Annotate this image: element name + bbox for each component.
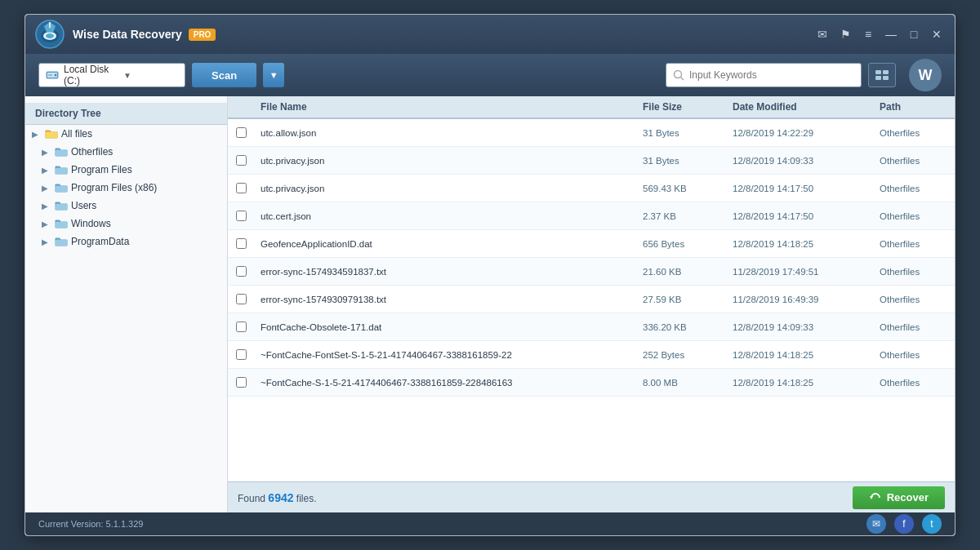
file-checkbox-input[interactable] [236, 322, 247, 332]
file-checkbox-input[interactable] [236, 155, 247, 166]
file-checkbox-input[interactable] [236, 377, 247, 388]
chevron-icon: ▶ [42, 220, 51, 228]
row-checkbox[interactable] [228, 377, 254, 388]
file-size: 569.43 KB [636, 184, 726, 193]
tree-item-program-files[interactable]: ▶ Program Files [25, 161, 227, 179]
file-path: Otherfiles [873, 350, 955, 360]
row-checkbox[interactable] [228, 322, 254, 332]
status-icons: ✉ f t [866, 514, 942, 534]
svg-point-8 [55, 74, 57, 77]
tree-label-program-files: Program Files [71, 164, 132, 175]
tree-label-program-files-x86: Program Files (x86) [71, 182, 157, 193]
found-label: Found [238, 493, 268, 504]
file-name: GeofenceApplicationID.dat [254, 239, 636, 249]
title-bar: Wise Data Recovery PRO ✉ ⚑ ≡ — □ ✕ [25, 15, 955, 54]
view-toggle-button[interactable] [868, 63, 896, 87]
tree-label-users: Users [71, 200, 96, 211]
flag-icon[interactable]: ⚑ [837, 26, 853, 42]
search-box [666, 63, 862, 87]
file-date: 12/8/2019 14:17:50 [726, 211, 873, 221]
row-checkbox[interactable] [228, 238, 254, 249]
chevron-icon: ▶ [42, 166, 51, 175]
row-checkbox[interactable] [228, 211, 254, 221]
file-date: 12/8/2019 14:22:29 [726, 128, 873, 138]
drive-dropdown-arrow: ▼ [123, 71, 178, 80]
file-checkbox-input[interactable] [236, 183, 247, 193]
row-checkbox[interactable] [228, 266, 254, 277]
menu-icon[interactable]: ≡ [860, 26, 876, 42]
scan-button[interactable]: Scan [192, 63, 256, 87]
avatar[interactable]: W [909, 59, 942, 91]
file-path: Otherfiles [873, 322, 955, 332]
svg-rect-12 [875, 70, 881, 74]
file-name: FontCache-Obsolete-171.dat [254, 322, 636, 332]
found-count: 6942 [268, 491, 293, 504]
file-path: Otherfiles [873, 184, 955, 193]
tree-item-otherfiles[interactable]: ▶ Otherfiles [25, 143, 227, 161]
chevron-icon: ▶ [42, 184, 51, 193]
row-checkbox[interactable] [228, 155, 254, 166]
row-checkbox[interactable] [228, 183, 254, 193]
maximize-button[interactable]: □ [906, 26, 922, 42]
folder-users-icon [55, 200, 68, 211]
file-size: 31 Bytes [636, 128, 726, 138]
file-size: 336.20 KB [636, 322, 726, 332]
table-row: error-sync-1574930979138.txt 27.59 KB 11… [228, 286, 955, 313]
sidebar-header: Directory Tree [25, 103, 227, 125]
twitter-icon[interactable]: t [922, 514, 942, 534]
file-list: File Name File Size Date Modified Path u… [228, 96, 955, 512]
file-checkbox-input[interactable] [236, 211, 247, 221]
file-checkbox-input[interactable] [236, 349, 247, 360]
svg-point-3 [46, 33, 54, 38]
tree-item-program-files-x86[interactable]: ▶ Program Files (x86) [25, 179, 227, 197]
file-date: 12/8/2019 14:17:50 [726, 184, 873, 193]
file-size: 21.60 KB [636, 267, 726, 277]
row-checkbox[interactable] [228, 127, 254, 138]
chevron-icon: ▶ [32, 130, 42, 139]
drive-icon [46, 69, 59, 81]
tree-label-all-files: All files [61, 128, 92, 140]
file-path: Otherfiles [873, 295, 955, 304]
col-filesize: File Size [636, 101, 726, 113]
file-checkbox-input[interactable] [236, 238, 247, 249]
table-row: utc.allow.json 31 Bytes 12/8/2019 14:22:… [228, 119, 955, 147]
table-row: ~FontCache-S-1-5-21-4174406467-338816185… [228, 369, 955, 397]
tree-item-programdata[interactable]: ▶ ProgramData [25, 233, 227, 251]
close-button[interactable]: ✕ [929, 26, 945, 42]
tree-item-users[interactable]: ▶ Users [25, 197, 227, 215]
svg-marker-23 [870, 496, 873, 499]
file-date: 12/8/2019 14:09:33 [726, 322, 873, 332]
main-content: Directory Tree ▶ All files ▶ Otherfiles [25, 96, 955, 512]
table-row: error-sync-1574934591837.txt 21.60 KB 11… [228, 258, 955, 286]
msg-icon[interactable]: ✉ [814, 26, 831, 42]
svg-rect-15 [883, 76, 889, 80]
file-size: 252 Bytes [636, 350, 726, 360]
svg-rect-21 [56, 222, 67, 228]
col-checkbox [228, 101, 254, 113]
file-checkbox-input[interactable] [236, 294, 247, 304]
file-path: Otherfiles [873, 211, 955, 221]
tree-item-all-files[interactable]: ▶ All files [25, 125, 227, 143]
email-icon[interactable]: ✉ [866, 514, 886, 534]
svg-rect-20 [56, 204, 67, 210]
tree-item-windows[interactable]: ▶ Windows [25, 215, 227, 233]
chevron-icon: ▶ [42, 202, 51, 211]
file-checkbox-input[interactable] [236, 127, 247, 138]
file-date: 12/8/2019 14:18:25 [726, 239, 873, 249]
scan-dropdown[interactable]: ▼ [263, 63, 284, 87]
recover-button[interactable]: Recover [853, 486, 945, 509]
minimize-button[interactable]: — [883, 26, 899, 42]
table-row: utc.privacy.json 569.43 KB 12/8/2019 14:… [228, 175, 955, 202]
file-date: 12/8/2019 14:18:25 [726, 350, 873, 360]
svg-rect-13 [883, 70, 889, 74]
col-filename: File Name [254, 101, 636, 113]
row-checkbox[interactable] [228, 349, 254, 360]
file-checkbox-input[interactable] [236, 266, 247, 277]
footer-bar: Found 6942 files. Recover [228, 481, 955, 512]
row-checkbox[interactable] [228, 294, 254, 304]
facebook-icon[interactable]: f [894, 514, 914, 534]
search-input[interactable] [689, 69, 854, 81]
svg-rect-16 [46, 132, 57, 138]
svg-rect-9 [48, 74, 52, 76]
drive-selector[interactable]: Local Disk (C:) ▼ [38, 63, 185, 87]
